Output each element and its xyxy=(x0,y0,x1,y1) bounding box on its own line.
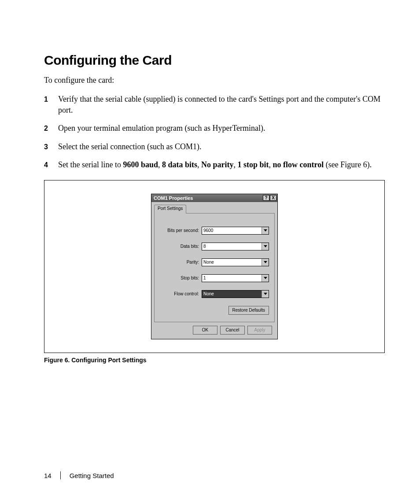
ok-button[interactable]: OK xyxy=(193,326,217,335)
chevron-down-icon[interactable] xyxy=(262,259,269,266)
figure-caption: Figure 6. Configuring Port Settings xyxy=(44,357,385,364)
step-item: 2 Open your terminal emulation program (… xyxy=(44,123,385,134)
svg-marker-4 xyxy=(264,293,267,295)
bold-text: no flow control xyxy=(273,160,324,169)
dialog-body: Port Settings Bits per second: 9600 Data… xyxy=(151,202,277,339)
cancel-button[interactable]: Cancel xyxy=(220,326,245,335)
restore-row: Restore Defaults xyxy=(160,306,269,315)
form-row-data-bits: Data bits: 8 xyxy=(160,243,269,250)
svg-marker-2 xyxy=(264,261,267,263)
apply-button[interactable]: Apply xyxy=(247,326,272,335)
tab-strip: Port Settings xyxy=(154,205,275,213)
combo-value: None xyxy=(202,259,262,266)
bold-text: 9600 baud xyxy=(123,160,158,169)
svg-marker-1 xyxy=(264,245,267,247)
intro-text: To configure the card: xyxy=(44,76,385,85)
step-item: 1 Verify that the serial cable (supplied… xyxy=(44,94,385,116)
dialog-button-row: OK Cancel Apply xyxy=(154,322,275,335)
bold-text: 1 stop bit xyxy=(238,160,269,169)
tab-port-settings[interactable]: Port Settings xyxy=(154,205,186,213)
text-fragment: , xyxy=(269,160,273,169)
step-item: 3 Select the serial connection (such as … xyxy=(44,141,385,152)
step-text: Verify that the serial cable (supplied) … xyxy=(56,94,385,116)
combo-flow-control[interactable]: None xyxy=(202,290,269,298)
text-fragment: , xyxy=(234,160,238,169)
label-data-bits: Data bits: xyxy=(160,244,202,249)
label-stop-bits: Stop bits: xyxy=(160,276,202,280)
text-fragment: , xyxy=(197,160,201,169)
svg-marker-0 xyxy=(264,229,267,232)
svg-marker-3 xyxy=(264,277,267,279)
dialog-title: COM1 Properties xyxy=(154,195,262,201)
help-button[interactable]: ? xyxy=(263,195,269,201)
step-number: 1 xyxy=(44,94,56,104)
combo-bits-per-second[interactable]: 9600 xyxy=(202,227,269,235)
text-fragment: Set the serial line to xyxy=(58,160,123,169)
tab-panel: Bits per second: 9600 Data bits: 8 xyxy=(154,213,275,322)
label-parity: Parity: xyxy=(160,260,202,265)
figure-container: COM1 Properties ? X Port Settings Bits p… xyxy=(44,180,385,353)
page-footer: 14 Getting Started xyxy=(44,471,114,479)
combo-value: 1 xyxy=(202,275,262,282)
bold-text: 8 data bits xyxy=(162,160,197,169)
chevron-down-icon[interactable] xyxy=(262,291,269,298)
label-flow-control: Flow control: xyxy=(160,291,202,296)
dialog-titlebar[interactable]: COM1 Properties ? X xyxy=(151,194,277,202)
com1-properties-dialog: COM1 Properties ? X Port Settings Bits p… xyxy=(151,194,278,339)
combo-data-bits[interactable]: 8 xyxy=(202,243,269,250)
form-row-stop-bits: Stop bits: 1 xyxy=(160,274,269,282)
steps-list: 1 Verify that the serial cable (supplied… xyxy=(44,94,385,170)
page-heading: Configuring the Card xyxy=(44,53,385,68)
combo-value: 8 xyxy=(202,243,262,250)
combo-parity[interactable]: None xyxy=(202,258,269,266)
close-button[interactable]: X xyxy=(270,195,276,201)
text-fragment: (see Figure 6). xyxy=(324,160,372,169)
form-row-parity: Parity: None xyxy=(160,258,269,266)
bold-text: No parity xyxy=(201,160,234,169)
combo-value: 9600 xyxy=(202,227,262,234)
chevron-down-icon[interactable] xyxy=(262,227,269,234)
step-item: 4 Set the serial line to 9600 baud, 8 da… xyxy=(44,159,385,170)
footer-section: Getting Started xyxy=(70,472,114,479)
step-text: Select the serial connection (such as CO… xyxy=(56,141,385,152)
combo-stop-bits[interactable]: 1 xyxy=(202,274,269,282)
step-number: 3 xyxy=(44,141,56,152)
step-number: 2 xyxy=(44,123,56,133)
label-bits-per-second: Bits per second: xyxy=(160,228,202,233)
step-number: 4 xyxy=(44,159,56,170)
combo-value: None xyxy=(202,291,262,298)
chevron-down-icon[interactable] xyxy=(262,243,269,250)
footer-divider xyxy=(60,471,61,479)
step-text: Open your terminal emulation program (su… xyxy=(56,123,385,134)
restore-defaults-button[interactable]: Restore Defaults xyxy=(228,306,269,315)
step-text: Set the serial line to 9600 baud, 8 data… xyxy=(56,159,385,170)
form-row-bits-per-second: Bits per second: 9600 xyxy=(160,227,269,235)
chevron-down-icon[interactable] xyxy=(262,275,269,282)
form-row-flow-control: Flow control: None xyxy=(160,290,269,298)
page-number: 14 xyxy=(44,472,52,479)
text-fragment: , xyxy=(158,160,162,169)
